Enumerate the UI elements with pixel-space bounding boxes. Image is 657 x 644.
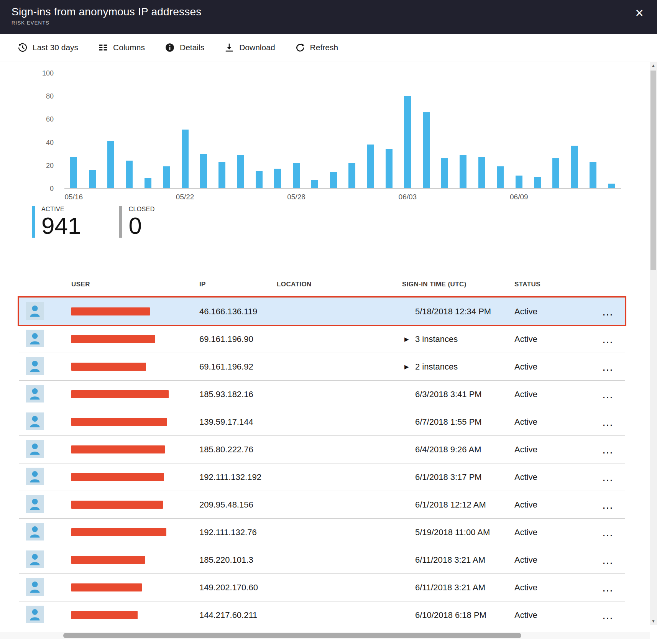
- user-name-cell: [71, 556, 199, 564]
- ip-address: 192.111.132.76: [199, 527, 277, 537]
- sign-in-time: 6/4/2018 9:26 AM: [402, 445, 514, 455]
- chart-bar: [311, 180, 318, 188]
- column-header-location[interactable]: LOCATION: [277, 281, 402, 288]
- last-30-days-button[interactable]: Last 30 days: [18, 43, 78, 53]
- sign-in-time: 6/1/2018 3:17 PM: [402, 472, 514, 482]
- row-context-menu-button[interactable]: …: [599, 612, 625, 618]
- ip-address: 144.217.60.211: [199, 610, 277, 620]
- closed-stat-label: CLOSED: [128, 206, 154, 213]
- row-context-menu-button[interactable]: …: [599, 557, 625, 563]
- chart-bar: [274, 169, 281, 188]
- expand-instances-icon[interactable]: ▶: [404, 363, 409, 370]
- status: Active: [514, 362, 599, 372]
- row-context-menu-button[interactable]: …: [599, 529, 625, 535]
- redacted-user-name: [71, 418, 167, 426]
- sign-in-time-text: 6/1/2018 12:12 AM: [415, 500, 486, 509]
- table-row[interactable]: 209.95.48.156 6/1/2018 12:12 AM Active …: [19, 491, 625, 518]
- horizontal-scrollbar-thumb[interactable]: [63, 633, 521, 638]
- download-button[interactable]: Download: [224, 43, 275, 53]
- table-row[interactable]: 185.80.222.76 6/4/2018 9:26 AM Active …: [19, 435, 625, 463]
- sign-in-time-text: 6/3/2018 3:41 PM: [415, 389, 482, 399]
- user-avatar-icon: [26, 578, 44, 596]
- chart-bar: [404, 96, 411, 188]
- chart-bar: [107, 141, 114, 188]
- row-context-menu-button[interactable]: …: [599, 419, 625, 425]
- row-context-menu-button[interactable]: …: [599, 447, 625, 452]
- column-header-status[interactable]: STATUS: [514, 281, 599, 288]
- table-row[interactable]: 139.59.17.144 6/7/2018 1:55 PM Active …: [19, 408, 625, 435]
- details-button[interactable]: Details: [165, 43, 204, 53]
- user-name-cell: [71, 473, 199, 481]
- sign-in-time: 6/1/2018 12:12 AM: [402, 500, 514, 510]
- row-context-menu-button[interactable]: …: [599, 364, 625, 370]
- user-avatar-icon: [26, 412, 44, 430]
- column-header-ip[interactable]: IP: [199, 281, 277, 288]
- chart-plot: [64, 73, 621, 189]
- user-name-cell: [71, 501, 199, 509]
- chart-bar: [145, 178, 151, 188]
- table-body: 46.166.136.119 5/18/2018 12:34 PM Active…: [19, 297, 625, 625]
- ip-address: 69.161.196.92: [199, 362, 277, 372]
- table-row[interactable]: 144.217.60.211 6/10/2018 6:18 PM Active …: [19, 601, 625, 625]
- row-context-menu-button[interactable]: …: [599, 585, 625, 590]
- user-name-cell: [71, 363, 199, 371]
- refresh-button[interactable]: Refresh: [295, 43, 338, 53]
- chart-bar: [441, 158, 448, 188]
- blade-header: Sign-ins from anonymous IP addresses RIS…: [0, 0, 657, 34]
- active-stat-value: 941: [41, 214, 81, 238]
- scroll-down-icon[interactable]: ▼: [650, 618, 657, 625]
- columns-button[interactable]: Columns: [98, 43, 145, 53]
- column-header-sign-in-time[interactable]: SIGN-IN TIME (UTC): [402, 281, 514, 288]
- sign-in-time: 6/3/2018 3:41 PM: [402, 389, 514, 399]
- user-avatar-icon: [26, 385, 44, 402]
- sign-in-time: 6/11/2018 3:21 AM: [402, 555, 514, 565]
- ip-address: 46.166.136.119: [199, 307, 277, 317]
- redacted-user-name: [71, 307, 150, 315]
- expand-instances-icon[interactable]: ▶: [404, 336, 409, 343]
- ip-address: 185.220.101.3: [199, 555, 277, 565]
- x-axis-label: 05/28: [287, 193, 306, 201]
- row-context-menu-button[interactable]: …: [599, 474, 625, 480]
- table-row[interactable]: 192.111.132.192 6/1/2018 3:17 PM Active …: [19, 463, 625, 491]
- user-avatar-cell: [19, 523, 71, 542]
- table-row[interactable]: 46.166.136.119 5/18/2018 12:34 PM Active…: [19, 297, 625, 325]
- redacted-user-name: [71, 556, 145, 564]
- horizontal-scrollbar[interactable]: [0, 632, 650, 639]
- sign-in-time: 5/18/2018 12:34 PM: [402, 307, 514, 317]
- sign-in-time-text: 2 instances: [415, 362, 458, 371]
- chart-bar: [386, 149, 393, 188]
- chart-bar: [70, 157, 77, 188]
- row-context-menu-button[interactable]: …: [599, 502, 625, 508]
- vertical-scrollbar[interactable]: ▲ ▼: [650, 62, 657, 625]
- user-avatar-icon: [26, 550, 44, 568]
- chart-bar: [571, 146, 578, 188]
- user-avatar-cell: [19, 357, 71, 376]
- close-icon[interactable]: ×: [631, 5, 648, 21]
- sign-in-time-text: 5/19/2018 11:00 AM: [415, 527, 490, 537]
- table-row[interactable]: 185.93.182.16 6/3/2018 3:41 PM Active …: [19, 380, 625, 408]
- user-avatar-cell: [19, 412, 71, 432]
- table-row[interactable]: 69.161.196.92 ▶ 2 instances Active …: [19, 353, 625, 380]
- chart-x-labels: 05/1605/2205/2806/0306/09: [64, 193, 621, 202]
- redacted-user-name: [71, 611, 138, 619]
- sign-in-time-text: 6/4/2018 9:26 AM: [415, 445, 481, 454]
- column-header-user[interactable]: USER: [71, 281, 199, 288]
- closed-stat-value: 0: [128, 214, 154, 238]
- table-row[interactable]: 149.202.170.60 6/11/2018 3:21 AM Active …: [19, 573, 625, 601]
- scroll-up-icon[interactable]: ▲: [650, 62, 657, 69]
- user-name-cell: [71, 418, 199, 426]
- row-context-menu-button[interactable]: …: [599, 391, 625, 397]
- columns-label: Columns: [113, 43, 145, 52]
- user-name-cell: [71, 390, 199, 398]
- user-avatar-icon: [26, 357, 44, 375]
- table-row[interactable]: 185.220.101.3 6/11/2018 3:21 AM Active …: [19, 546, 625, 573]
- user-avatar-cell: [19, 468, 71, 487]
- row-context-menu-button[interactable]: …: [599, 309, 625, 314]
- user-avatar-icon: [26, 495, 44, 513]
- row-context-menu-button[interactable]: …: [599, 336, 625, 342]
- status: Active: [514, 417, 599, 427]
- table-row[interactable]: 69.161.196.90 ▶ 3 instances Active …: [19, 325, 625, 353]
- vertical-scrollbar-thumb[interactable]: [650, 71, 656, 270]
- table-row[interactable]: 192.111.132.76 5/19/2018 11:00 AM Active…: [19, 518, 625, 546]
- y-axis-label: 80: [46, 92, 54, 100]
